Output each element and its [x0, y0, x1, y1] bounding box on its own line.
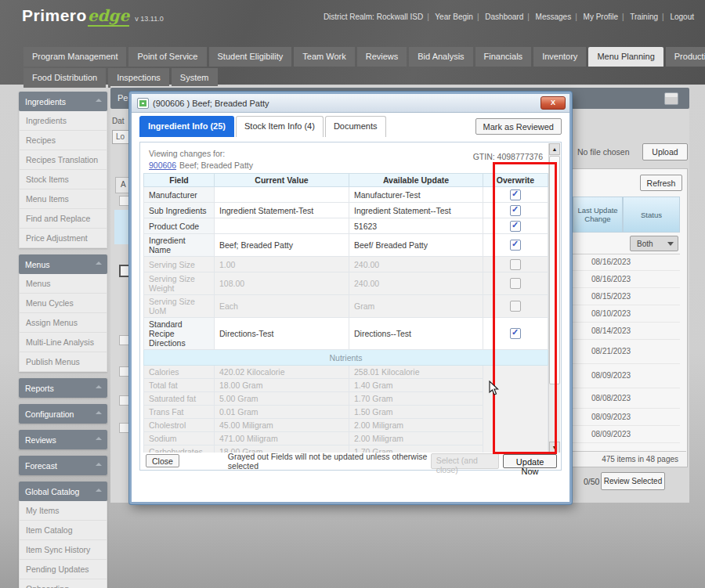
nav-tab-program-management[interactable]: Program Management: [24, 47, 126, 67]
update-now-button[interactable]: Update Now: [503, 454, 557, 468]
panel-menu-icon[interactable]: [664, 92, 678, 105]
sidebar-item-item-catalog[interactable]: Item Catalog: [19, 521, 107, 540]
logo-accent: edge: [88, 6, 129, 27]
pending-item-row[interactable]: 08/10/2023: [573, 305, 680, 323]
upload-button[interactable]: Upload: [642, 143, 688, 161]
overwrite-checkbox[interactable]: [510, 189, 521, 200]
sidebar-item-onboarding[interactable]: Onboarding: [19, 579, 107, 588]
nav-tab-production[interactable]: Production: [666, 47, 705, 67]
sidebar-header-reports[interactable]: Reports: [19, 378, 107, 398]
item-code-link[interactable]: 900606: [149, 161, 176, 170]
sidebar-item-menu-cycles[interactable]: Menu Cycles: [19, 294, 107, 313]
sidebar-header-menus[interactable]: Menus: [19, 254, 107, 274]
sidebar-header-reviews[interactable]: Reviews: [19, 430, 107, 449]
dialog-tabs: Ingredient Info (25) Stock Item Info (4)…: [139, 116, 562, 137]
sidebar-section-reviews: Reviews: [19, 430, 107, 449]
chevron-up-icon: [96, 99, 102, 102]
tab-stock-item-info[interactable]: Stock Item Info (4): [236, 116, 324, 137]
nutrients-section-header: Nutrients: [144, 350, 548, 366]
link-training[interactable]: Training: [630, 13, 658, 21]
sidebar-item-ingredients[interactable]: Ingredients: [19, 111, 107, 131]
main-nav-row1: Program Management Point of Service Stud…: [24, 47, 705, 67]
sidebar-item-pending-updates[interactable]: Pending Updates: [19, 560, 107, 579]
sidebar-item-recipes-translation[interactable]: Recipes Translation: [19, 150, 107, 170]
link-my-profile[interactable]: My Profile: [584, 13, 618, 21]
mark-as-reviewed-button[interactable]: Mark as Reviewed: [475, 118, 562, 135]
pending-item-row[interactable]: 08/21/2023: [573, 340, 680, 364]
link-year-begin[interactable]: Year Begin: [435, 13, 473, 21]
overwrite-checkbox[interactable]: [510, 259, 521, 270]
link-messages[interactable]: Messages: [536, 13, 572, 21]
sidebar-header-global-catalog[interactable]: Global Catalog: [19, 482, 107, 501]
pending-item-row[interactable]: 08/08/2023: [573, 388, 680, 409]
overwrite-checkbox[interactable]: [510, 278, 521, 289]
pending-item-row[interactable]: 08/09/2023: [573, 426, 680, 443]
nav-tab-team-work[interactable]: Team Work: [294, 47, 354, 67]
nav-tab-system[interactable]: System: [172, 68, 218, 88]
overwrite-checkbox[interactable]: [510, 328, 521, 339]
pending-item-row[interactable]: 08/15/2023: [573, 288, 680, 305]
nav-tab-inventory[interactable]: Inventory: [533, 47, 586, 67]
status-filter-dropdown[interactable]: Both: [630, 236, 678, 251]
nav-tab-food-distribution[interactable]: Food Distribution: [24, 68, 106, 88]
nav-tab-financials[interactable]: Financials: [475, 47, 532, 67]
sidebar-item-assign-menus[interactable]: Assign Menus: [19, 313, 107, 333]
pending-item-row[interactable]: 08/16/2023: [573, 254, 680, 271]
link-district-realm[interactable]: District Realm: Rockwall ISD: [324, 13, 423, 21]
sidebar-header-ingredients[interactable]: Ingredients: [19, 92, 107, 111]
header-overwrite: Overwrite: [483, 174, 548, 187]
sidebar-item-menu-items[interactable]: Menu Items: [19, 189, 107, 209]
dialog-content-box: Viewing changes for: 900606Beef; Breaded…: [139, 142, 562, 471]
select-and-close-button[interactable]: Select (and close): [431, 453, 499, 469]
pending-item-row[interactable]: 08/14/2023: [573, 323, 680, 340]
background-checkbox: [119, 366, 129, 377]
table-row: Manufacturer Manufacturer-Test: [144, 187, 548, 203]
scroll-thumb[interactable]: [549, 156, 560, 384]
chevron-down-icon: [667, 242, 674, 246]
app-root: Primero edge v 13.11.0 District Realm: R…: [0, 0, 705, 588]
overwrite-checkbox[interactable]: [510, 205, 521, 216]
overwrite-checkbox[interactable]: [510, 301, 521, 312]
sidebar-item-find-and-replace[interactable]: Find and Replace: [19, 209, 107, 229]
grayed-fields-note: Grayed out Fields will not be updated un…: [228, 452, 431, 471]
status-filter-row: Both: [573, 233, 680, 254]
pending-item-rows: 08/16/2023 08/16/2023 08/15/2023 08/10/2…: [573, 254, 680, 443]
close-icon[interactable]: X: [540, 96, 566, 110]
overwrite-checkbox[interactable]: [510, 240, 521, 251]
nav-tab-bid-analysis[interactable]: Bid Analysis: [409, 47, 472, 67]
table-row: Serving Size Weight 108.00 240.00: [144, 272, 548, 295]
pending-item-row[interactable]: 08/09/2023: [573, 364, 680, 388]
sidebar-item-recipes[interactable]: Recipes: [19, 131, 107, 150]
link-dashboard[interactable]: Dashboard: [485, 13, 523, 21]
sidebar-item-menus[interactable]: Menus: [19, 274, 107, 294]
table-row: Standard Recipe Directions Directions-Te…: [144, 318, 548, 350]
pending-item-row[interactable]: 08/16/2023: [573, 271, 680, 288]
review-selected-button[interactable]: Review Selected: [601, 472, 665, 490]
nav-tab-inspections[interactable]: Inspections: [108, 68, 169, 88]
sidebar-item-my-items[interactable]: My Items: [19, 501, 107, 521]
nutrient-row: Total fat 18.00 Gram 1.40 Gram: [144, 379, 548, 392]
tab-ingredient-info[interactable]: Ingredient Info (25): [139, 116, 234, 137]
sidebar-header-forecast[interactable]: Forecast: [19, 456, 107, 475]
scroll-up-button[interactable]: ▲: [549, 143, 560, 155]
sidebar-item-stock-items[interactable]: Stock Items: [19, 170, 107, 189]
nav-tab-menu-planning[interactable]: Menu Planning: [588, 47, 663, 67]
sidebar-item-price-adjustment[interactable]: Price Adjustment: [19, 229, 107, 248]
refresh-button[interactable]: Refresh: [640, 175, 682, 191]
nav-tab-reviews[interactable]: Reviews: [357, 47, 407, 67]
sidebar-item-multi-line-analysis[interactable]: Multi-Line Analysis: [19, 333, 107, 352]
overwrite-checkbox[interactable]: [510, 221, 521, 232]
pending-item-row[interactable]: 08/09/2023: [573, 409, 680, 426]
sidebar-section-menus: Menus Menus Menu Cycles Assign Menus Mul…: [19, 254, 107, 372]
sidebar-item-item-sync-history[interactable]: Item Sync History: [19, 540, 107, 560]
sidebar-item-publish-menus[interactable]: Publish Menus: [19, 352, 107, 372]
nav-tab-student-eligibility[interactable]: Student Eligibility: [209, 47, 292, 67]
link-logout[interactable]: Logout: [670, 13, 694, 21]
review-selected-row: 0/50 Review Selected: [573, 471, 688, 492]
scroll-down-button[interactable]: ▼: [549, 442, 560, 453]
modal-scrollbar[interactable]: ▲ ▼: [548, 143, 560, 453]
close-button[interactable]: Close: [146, 454, 179, 467]
sidebar-header-configuration[interactable]: Configuration: [19, 404, 107, 424]
tab-documents[interactable]: Documents: [325, 116, 386, 137]
nav-tab-point-of-service[interactable]: Point of Service: [128, 47, 206, 67]
